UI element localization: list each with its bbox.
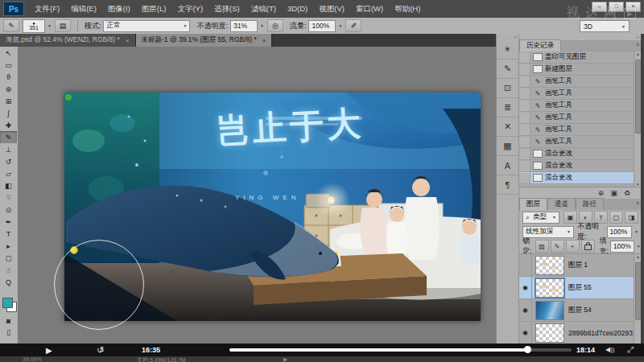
eyedropper-tool[interactable]: ʃ	[0, 107, 17, 119]
document-tab[interactable]: 海底.psd @ 52.4% (WENZI, RGB/8) *×	[0, 34, 136, 47]
opacity-input[interactable]: 31%	[230, 20, 258, 32]
lasso-tool[interactable]: ϑ	[0, 71, 17, 83]
adjustments-panel-icon[interactable]: ☀	[497, 40, 518, 60]
scroll-up-icon[interactable]: ▲	[636, 254, 640, 259]
move-tool[interactable]: ↖	[0, 47, 17, 59]
blend-mode-select[interactable]: 正常 ▼	[103, 20, 190, 32]
menu-item[interactable]: 视图(V)	[313, 0, 350, 18]
dock-grip[interactable]: ▪▪	[497, 34, 519, 40]
volume-icon[interactable]: ◀))	[605, 346, 614, 353]
lock-all-icon[interactable]	[581, 240, 595, 253]
menu-item[interactable]: 图像(I)	[102, 0, 136, 18]
menu-item[interactable]: 滤镜(T)	[246, 0, 282, 18]
filter-smart-objects-icon[interactable]: ◨	[625, 211, 638, 224]
quick-selection-tool[interactable]: ⊛	[0, 83, 17, 95]
airbrush-icon[interactable]: ✐	[345, 19, 361, 32]
history-source-checkbox[interactable]	[519, 52, 530, 63]
dodge-tool[interactable]: ⊙	[0, 204, 17, 216]
history-item[interactable]: 混合更改	[519, 148, 642, 160]
document-tab[interactable]: 未标题-1 @ 39.1% (图层 55, RGB/8) *×	[136, 34, 273, 47]
new-snapshot-icon[interactable]: ▣	[610, 189, 617, 197]
type-tool[interactable]: T	[0, 228, 17, 240]
hand-tool[interactable]: ☝	[0, 264, 17, 276]
layer-row[interactable]: ◉图层 54	[519, 299, 642, 322]
current-tool-icon[interactable]: ✎	[3, 19, 19, 32]
history-source-checkbox[interactable]	[519, 149, 530, 159]
eraser-tool[interactable]: ▱	[0, 167, 17, 179]
clone-stamp-tool[interactable]: ⊥	[0, 143, 17, 155]
paragraph-panel-icon[interactable]: ¶	[497, 175, 518, 195]
path-selection-tool[interactable]: ▸	[0, 240, 17, 252]
layer-row[interactable]: ◉2899b61d7cee20293...	[519, 322, 642, 344]
character-styles-panel-icon[interactable]: ≣	[497, 98, 518, 117]
history-source-checkbox[interactable]	[519, 64, 530, 75]
history-item[interactable]: ✎画笔工具	[519, 124, 642, 136]
history-panel-tab[interactable]: 历史记录	[519, 39, 561, 51]
filter-pixel-layers-icon[interactable]: ▣	[564, 211, 577, 224]
brush-preset-dropdown-icon[interactable]: ▼	[47, 23, 52, 28]
character-panel-icon[interactable]: A	[497, 156, 518, 175]
timeline-panel-icon[interactable]: ▦	[497, 137, 518, 156]
layers-panel-menu-icon[interactable]: ≡	[636, 200, 639, 206]
history-source-checkbox[interactable]	[519, 88, 530, 99]
play-button[interactable]: ▶	[46, 346, 52, 355]
3d-mode-select[interactable]: 3D ▼	[580, 20, 630, 32]
scroll-down-icon[interactable]: ▼	[636, 182, 640, 187]
progress-handle[interactable]	[524, 346, 531, 353]
clone-source-panel-icon[interactable]: ⊡	[497, 79, 518, 98]
brush-preset-picker[interactable]: ● 351	[23, 19, 45, 33]
scroll-up-icon[interactable]: ▲	[636, 51, 640, 56]
layer-visibility-toggle[interactable]	[519, 254, 532, 276]
crop-tool[interactable]: ⊞	[0, 95, 17, 107]
toggle-brush-panel-button[interactable]: ▤	[55, 19, 71, 32]
flow-dropdown-icon[interactable]: ▼	[338, 23, 342, 28]
layer-filter-select[interactable]: ⌕ 类型 ▼	[522, 212, 559, 224]
layer-row[interactable]: 图层 1	[519, 254, 642, 277]
history-source-checkbox[interactable]	[519, 125, 530, 135]
opacity-dropdown-icon[interactable]: ▼	[634, 229, 638, 234]
gradient-tool[interactable]: ◧	[0, 179, 17, 191]
opacity-dropdown-icon[interactable]: ▼	[260, 23, 264, 28]
layer-fill-input[interactable]: 100%	[610, 241, 634, 253]
replay-10-button[interactable]: ↺ 10	[97, 345, 104, 356]
close-tab-icon[interactable]: ×	[126, 37, 130, 44]
flow-input[interactable]: 100%	[308, 20, 336, 32]
layer-visibility-toggle[interactable]: ◉	[519, 299, 532, 321]
lock-transparency-icon[interactable]: ▨	[535, 240, 549, 253]
quick-mask-button[interactable]: ◙	[0, 317, 17, 325]
history-item[interactable]: ✎画笔工具	[519, 112, 642, 124]
history-item[interactable]: ✎画笔工具	[519, 136, 642, 148]
history-item[interactable]: ✎画笔工具	[519, 100, 642, 112]
menu-item[interactable]: 图层(L)	[136, 0, 172, 18]
lock-position-icon[interactable]: +	[566, 240, 580, 253]
tool-presets-panel-icon[interactable]: ✕	[497, 117, 518, 137]
layer-thumbnail[interactable]	[535, 301, 564, 320]
history-source-checkbox[interactable]	[519, 137, 530, 147]
canvas-area[interactable]: 岂止于大 YING WEN	[18, 47, 496, 356]
history-item[interactable]: ✎画笔工具	[519, 88, 642, 100]
marquee-tool[interactable]: ▭	[0, 59, 17, 71]
fill-dropdown-icon[interactable]: ▼	[637, 244, 641, 249]
layer-thumbnail[interactable]	[535, 256, 564, 275]
layer-thumbnail[interactable]	[535, 278, 564, 298]
shape-tool[interactable]: ◻	[0, 252, 17, 264]
menu-item[interactable]: 文件(F)	[29, 0, 65, 18]
layer-visibility-toggle[interactable]: ◉	[519, 277, 532, 298]
layers-panel-tab-1[interactable]: 图层	[519, 198, 547, 210]
history-item[interactable]: 盖印可见图层	[519, 51, 642, 64]
history-panel-menu-icon[interactable]: ≡	[636, 42, 639, 47]
brush-presets-panel-icon[interactable]: ✎	[497, 60, 518, 79]
history-item[interactable]: 新建图层	[519, 64, 642, 76]
history-source-checkbox[interactable]	[519, 76, 530, 87]
history-item[interactable]: 混合更改	[519, 160, 642, 172]
layers-panel-tab-3[interactable]: 路径	[576, 198, 604, 210]
new-document-from-state-icon[interactable]: ⊕	[598, 189, 605, 197]
layers-panel-tab-2[interactable]: 通道	[547, 198, 576, 210]
delete-history-icon[interactable]: ♻	[624, 189, 630, 197]
progress-bar[interactable]	[229, 348, 572, 352]
history-item[interactable]: 混合更改	[519, 172, 642, 184]
screen-mode-button[interactable]: ▯	[0, 328, 17, 336]
zoom-tool[interactable]: Q	[0, 276, 17, 288]
fullscreen-icon[interactable]: ⤢	[627, 345, 634, 355]
history-source-checkbox[interactable]	[519, 173, 530, 183]
